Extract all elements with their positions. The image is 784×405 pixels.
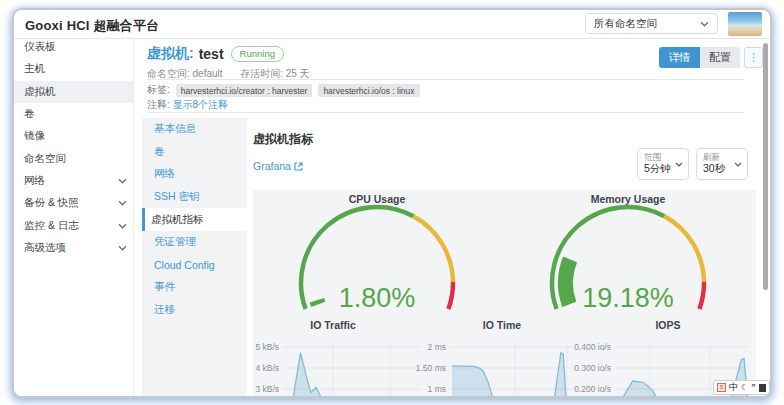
sidebar-item[interactable]: 仪表板 xyxy=(14,36,133,58)
grafana-link[interactable]: Grafana xyxy=(253,160,303,172)
sidebar-item-label: 仪表板 xyxy=(24,40,56,54)
detail-tab[interactable]: 网络 xyxy=(142,163,247,186)
ime-toolbar[interactable]: S中☾” xyxy=(713,380,770,395)
namespace-value: default xyxy=(193,68,223,79)
grafana-link-text[interactable]: Grafana xyxy=(253,160,291,172)
sidebar-item-label: 命名空间 xyxy=(24,152,66,166)
sidebar-item-label: 虚拟机 xyxy=(24,85,56,99)
sidebar-item-label: 备份 & 快照 xyxy=(24,196,79,210)
details-button[interactable]: 详情 xyxy=(659,47,700,68)
sidebar-item[interactable]: 主机 xyxy=(14,58,133,80)
age-label: 存活时间: xyxy=(240,68,283,79)
io-time-chart: IO Time2 ms1.50 ms1 ms xyxy=(416,319,573,398)
metrics-section-title: 虚拟机指标 xyxy=(253,131,313,148)
namespace-filter-value: 所有命名空间 xyxy=(594,17,657,31)
memory-usage-gauge: Memory Usage19.18% xyxy=(552,193,704,313)
config-button[interactable]: 配置 xyxy=(700,47,740,68)
divider xyxy=(147,79,744,80)
annotations-label: 注释: xyxy=(147,99,170,110)
vertical-scrollbar[interactable] xyxy=(763,43,768,290)
sidebar-item-label: 镜像 xyxy=(24,129,45,143)
refresh-label: 刷新 xyxy=(703,152,741,162)
svg-text:2 ms: 2 ms xyxy=(428,342,446,352)
sidebar-item[interactable]: 卷 xyxy=(14,103,133,125)
ime-moon-icon[interactable]: ☾ xyxy=(741,383,748,392)
svg-text:19.18%: 19.18% xyxy=(582,283,674,313)
sidebar-item-label: 卷 xyxy=(24,107,35,121)
svg-text:5 kB/s: 5 kB/s xyxy=(255,342,279,352)
detail-tab[interactable]: 事件 xyxy=(142,276,247,299)
svg-text:IOPS: IOPS xyxy=(655,319,680,331)
metrics-panel: CPU Usage1.80%Memory Usage19.18%IO Traff… xyxy=(253,190,756,396)
age-value: 25 天 xyxy=(286,68,310,79)
chevron-down-icon xyxy=(675,162,683,167)
namespace-label: 命名空间: xyxy=(147,68,190,79)
svg-text:4 kB/s: 4 kB/s xyxy=(255,363,279,373)
chevron-down-icon xyxy=(118,223,127,229)
sidebar-item[interactable]: 监控 & 日志 xyxy=(14,214,133,236)
chevron-down-icon xyxy=(118,178,127,184)
detail-tab[interactable]: 虚拟机指标 xyxy=(142,208,247,231)
more-actions-button[interactable]: ⋮ xyxy=(744,47,763,68)
range-label: 范围 xyxy=(644,152,682,162)
sidebar-item-label: 高级选项 xyxy=(24,241,66,255)
kebab-icon: ⋮ xyxy=(748,51,759,64)
svg-text:Memory Usage: Memory Usage xyxy=(591,193,666,205)
sidebar-item-label: 网络 xyxy=(24,174,45,188)
label-chip: harvesterhci.io/creator : harvester xyxy=(176,84,313,97)
svg-text:1 ms: 1 ms xyxy=(428,384,446,394)
detail-tab[interactable]: 基本信息 xyxy=(142,118,247,141)
app-title: Gooxi HCI 超融合平台 xyxy=(25,17,159,35)
sidebar-item[interactable]: 命名空间 xyxy=(14,147,133,169)
sidebar-item[interactable]: 备份 & 快照 xyxy=(14,192,133,214)
vm-title-row: 虚拟机: test Running xyxy=(147,45,284,63)
detail-tab[interactable]: 凭证管理 xyxy=(142,231,247,254)
svg-text:IO Time: IO Time xyxy=(483,319,521,331)
sidebar-item[interactable]: 虚拟机 xyxy=(14,81,133,103)
sidebar-item-label: 主机 xyxy=(24,62,45,76)
resource-type-link[interactable]: 虚拟机: xyxy=(147,45,194,63)
ime-punctuation-icon[interactable]: ” xyxy=(751,383,756,392)
svg-text:0.200 io/s: 0.200 io/s xyxy=(574,384,611,394)
sidebar-item[interactable]: 网络 xyxy=(14,170,133,192)
svg-text:0.400 io/s: 0.400 io/s xyxy=(574,342,611,352)
namespace-filter-select[interactable]: 所有命名空间 xyxy=(585,13,718,34)
external-link-icon xyxy=(294,162,303,171)
app-window: Gooxi HCI 超融合平台 所有命名空间 仪表板主机虚拟机卷镜像命名空间网络… xyxy=(12,8,772,398)
ime-chinese-mode-icon[interactable]: 中 xyxy=(729,383,738,392)
svg-text:1.80%: 1.80% xyxy=(339,283,416,313)
chevron-down-icon xyxy=(118,200,127,206)
top-bar: Gooxi HCI 超融合平台 所有命名空间 xyxy=(14,10,770,39)
sidebar: 仪表板主机虚拟机卷镜像命名空间网络备份 & 快照监控 & 日志高级选项 xyxy=(14,39,134,396)
main-content: 虚拟机: test Running 详情 配置 ⋮ 命名空间: default … xyxy=(134,39,770,396)
vm-name: test xyxy=(199,46,224,62)
range-select[interactable]: 范围 5分钟 xyxy=(637,148,689,180)
sidebar-item[interactable]: 镜像 xyxy=(14,125,133,147)
sidebar-item[interactable]: 高级选项 xyxy=(14,237,133,259)
detail-tab[interactable]: 迁移 xyxy=(142,299,247,322)
svg-text:CPU Usage: CPU Usage xyxy=(349,193,406,205)
labels-label: 标签: xyxy=(147,83,170,97)
refresh-select[interactable]: 刷新 30秒 xyxy=(696,148,748,180)
detail-tab[interactable]: Cloud Config xyxy=(142,254,247,277)
chevron-down-icon xyxy=(734,162,742,167)
chevron-down-icon xyxy=(700,21,709,27)
sidebar-item-label: 监控 & 日志 xyxy=(24,219,79,233)
detail-tab[interactable]: SSH 密钥 xyxy=(142,186,247,209)
show-annotations-link[interactable]: 显示8个注释 xyxy=(173,99,229,110)
ime-keyboard-icon[interactable] xyxy=(759,384,766,392)
user-avatar[interactable] xyxy=(728,12,762,36)
divider xyxy=(147,112,744,113)
svg-text:IO Traffic: IO Traffic xyxy=(310,319,356,331)
detail-tab[interactable]: 卷 xyxy=(142,141,247,164)
annotations-row: 注释: 显示8个注释 xyxy=(147,98,228,112)
action-buttons: 详情 配置 xyxy=(659,47,740,68)
labels-row: 标签: harvesterhci.io/creator : harvesterh… xyxy=(147,83,420,97)
ime-logo-icon[interactable]: S xyxy=(717,383,726,392)
svg-text:1.50 ms: 1.50 ms xyxy=(416,363,446,373)
svg-text:3 kB/s: 3 kB/s xyxy=(255,384,279,394)
status-badge: Running xyxy=(231,46,284,62)
cpu-usage-gauge: CPU Usage1.80% xyxy=(301,193,453,313)
chevron-down-icon xyxy=(118,245,127,251)
label-chip: harvesterhci.io/os : linux xyxy=(318,84,419,97)
